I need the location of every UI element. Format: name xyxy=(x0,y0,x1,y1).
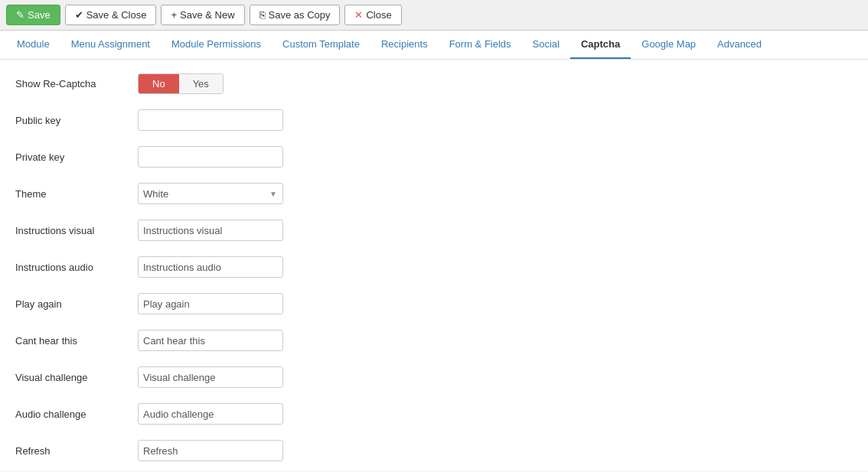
instructions-visual-input[interactable] xyxy=(138,220,283,241)
theme-select[interactable]: White Red Blackglass Clean xyxy=(138,183,283,204)
save-new-label: Save & New xyxy=(180,9,235,21)
tab-advanced[interactable]: Advanced xyxy=(706,31,772,59)
visual-challenge-label: Visual challenge xyxy=(15,372,138,383)
play-again-row: Play again xyxy=(15,292,853,315)
tabs-bar: Module Menu Assignment Module Permission… xyxy=(0,31,868,60)
theme-label: Theme xyxy=(15,188,138,200)
recaptcha-toggle: No Yes xyxy=(138,73,224,94)
private-key-input[interactable] xyxy=(138,146,283,168)
tab-google-map[interactable]: Google Map xyxy=(631,31,706,59)
toolbar: ✎ Save ✔ Save & Close + Save & New ⎘ Sav… xyxy=(0,0,868,31)
plus-icon: + xyxy=(171,9,177,21)
tab-recipients[interactable]: Recipients xyxy=(370,31,439,59)
theme-row: Theme White Red Blackglass Clean ▼ xyxy=(15,182,853,205)
refresh-row: Refresh xyxy=(15,439,853,462)
save-copy-label: Save as Copy xyxy=(269,9,331,21)
refresh-label: Refresh xyxy=(15,445,138,457)
save-new-button[interactable]: + Save & New xyxy=(161,5,244,25)
save-copy-button[interactable]: ⎘ Save as Copy xyxy=(250,5,341,25)
audio-challenge-row: Audio challenge xyxy=(15,402,853,425)
instructions-audio-row: Instructions audio xyxy=(15,256,853,278)
tab-module[interactable]: Module xyxy=(6,31,60,59)
cant-hear-input[interactable] xyxy=(138,330,283,351)
private-key-label: Private key xyxy=(15,151,138,163)
save-close-label: Save & Close xyxy=(86,9,147,21)
cant-hear-label: Cant hear this xyxy=(15,335,138,347)
save-close-button[interactable]: ✔ Save & Close xyxy=(65,5,157,25)
instructions-audio-input[interactable] xyxy=(138,256,283,278)
save-label: Save xyxy=(28,9,51,21)
show-recaptcha-label: Show Re-Captcha xyxy=(15,78,138,90)
play-again-label: Play again xyxy=(15,298,138,310)
copy-icon: ⎘ xyxy=(259,9,266,21)
visual-challenge-input[interactable] xyxy=(138,366,283,388)
tab-module-permissions[interactable]: Module Permissions xyxy=(161,31,272,59)
audio-challenge-input[interactable] xyxy=(138,403,283,425)
no-button[interactable]: No xyxy=(139,74,179,93)
theme-select-wrapper: White Red Blackglass Clean ▼ xyxy=(138,183,283,204)
tab-social[interactable]: Social xyxy=(522,31,570,59)
visual-challenge-row: Visual challenge xyxy=(15,366,853,389)
save-button[interactable]: ✎ Save xyxy=(6,5,60,25)
private-key-row: Private key xyxy=(15,145,853,168)
show-recaptcha-row: Show Re-Captcha No Yes xyxy=(15,72,853,95)
yes-button[interactable]: Yes xyxy=(179,74,223,93)
audio-challenge-label: Audio challenge xyxy=(15,409,138,420)
tab-menu-assignment[interactable]: Menu Assignment xyxy=(60,31,161,59)
tab-captcha[interactable]: Captcha xyxy=(570,31,631,59)
public-key-label: Public key xyxy=(15,115,138,126)
check-icon: ✔ xyxy=(75,9,83,21)
play-again-input[interactable] xyxy=(138,293,283,314)
tab-custom-template[interactable]: Custom Template xyxy=(272,31,370,59)
close-icon: ✕ xyxy=(354,9,363,21)
public-key-input[interactable] xyxy=(138,109,283,131)
instructions-visual-row: Instructions visual xyxy=(15,219,853,242)
instructions-audio-label: Instructions audio xyxy=(15,262,138,273)
close-button[interactable]: ✕ Close xyxy=(344,5,401,25)
tab-form-fields[interactable]: Form & Fields xyxy=(439,31,522,59)
save-icon: ✎ xyxy=(16,9,24,21)
refresh-input[interactable] xyxy=(138,440,283,461)
close-label: Close xyxy=(366,9,391,21)
main-content: Show Re-Captcha No Yes Public key Privat… xyxy=(0,60,868,470)
cant-hear-row: Cant hear this xyxy=(15,329,853,352)
public-key-row: Public key xyxy=(15,109,853,132)
instructions-visual-label: Instructions visual xyxy=(15,225,138,236)
